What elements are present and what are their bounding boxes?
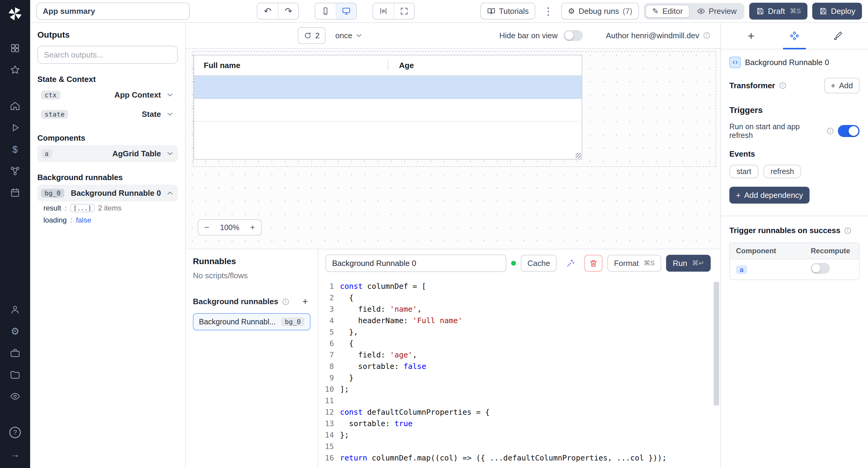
format-button[interactable]: Format⌘S bbox=[607, 255, 661, 272]
device-toggle-group bbox=[315, 3, 357, 20]
eye-icon bbox=[697, 7, 705, 15]
chevron-down-icon[interactable] bbox=[166, 110, 174, 119]
line-numbers: 12345678910111213141516 bbox=[318, 281, 340, 468]
info-icon[interactable] bbox=[779, 81, 786, 90]
deploy-save-icon bbox=[819, 7, 827, 15]
runnables-list-panel: Runnables No scripts/flows Background ru… bbox=[186, 249, 318, 468]
app-summary-input[interactable] bbox=[36, 2, 190, 20]
right-panel-tabs: + bbox=[721, 23, 868, 49]
deploy-button[interactable]: Deploy bbox=[812, 3, 862, 20]
info-icon[interactable] bbox=[827, 127, 834, 135]
info-icon[interactable] bbox=[282, 298, 290, 306]
chevron-down-icon[interactable] bbox=[166, 91, 174, 99]
gear-icon[interactable]: ⚙ bbox=[4, 322, 26, 340]
search-outputs-input[interactable] bbox=[37, 46, 178, 64]
expand-json-chip[interactable]: [...] bbox=[70, 204, 94, 212]
output-row-bg0[interactable]: bg_0 Background Runnable 0 bbox=[37, 185, 178, 201]
debug-runs-button[interactable]: ⚙ Debug runs (7) bbox=[561, 3, 639, 20]
user-icon[interactable] bbox=[4, 301, 26, 319]
info-icon[interactable] bbox=[703, 32, 711, 39]
info-icon[interactable] bbox=[844, 227, 852, 235]
tab-preview[interactable]: Preview bbox=[691, 5, 743, 18]
undo-button[interactable]: ↶ bbox=[257, 3, 278, 19]
fullscreen-icon[interactable] bbox=[394, 3, 414, 19]
component-grid-cell[interactable]: Full name Age bbox=[193, 51, 716, 167]
main-area: ↶ ↷ Tutorials ⋮ ⚙ Debug runs (7) ✎ Edito… bbox=[30, 0, 868, 468]
runnable-item-bg0[interactable]: Background Runnabl... bg_0 bbox=[193, 313, 310, 330]
favorites-star-icon[interactable] bbox=[4, 61, 26, 79]
help-icon[interactable]: ? bbox=[4, 424, 26, 441]
resources-nodes-icon[interactable] bbox=[4, 162, 26, 180]
add-background-runnable-button[interactable]: + bbox=[300, 296, 310, 307]
audit-eye-icon[interactable] bbox=[4, 387, 26, 405]
state-label: State bbox=[142, 110, 161, 119]
output-row-state[interactable]: state State bbox=[37, 106, 178, 123]
tutorials-button[interactable]: Tutorials bbox=[480, 3, 535, 20]
trash-icon bbox=[589, 259, 598, 268]
plus-icon: + bbox=[748, 30, 754, 41]
variables-dollar-icon[interactable]: $ bbox=[4, 140, 26, 158]
editor-scrollbar[interactable] bbox=[714, 282, 719, 405]
output-row-ctx[interactable]: ctx App Context bbox=[37, 87, 178, 103]
zoom-out-button[interactable]: − bbox=[198, 220, 215, 235]
right-panel-body: Background Runnable 0 Transformer +Add T… bbox=[721, 49, 868, 287]
aggrid-col-fullname[interactable]: Full name bbox=[194, 61, 388, 70]
runnable-name-input[interactable] bbox=[326, 255, 506, 272]
divider bbox=[721, 215, 868, 216]
table-row: a bbox=[730, 259, 859, 279]
center-align-icon[interactable] bbox=[373, 3, 394, 19]
state-context-heading: State & Context bbox=[37, 75, 178, 84]
add-transformer-button[interactable]: +Add bbox=[824, 78, 860, 93]
component-a-label: AgGrid Table bbox=[113, 149, 161, 158]
tab-editor[interactable]: ✎ Editor bbox=[646, 5, 689, 18]
output-row-component-a[interactable]: a AgGrid Table bbox=[37, 145, 178, 162]
component-a-badge: a bbox=[41, 149, 52, 158]
styling-tab[interactable] bbox=[824, 23, 852, 49]
refresh-count-button[interactable]: 2 bbox=[298, 27, 326, 44]
delete-runnable-button[interactable] bbox=[584, 255, 602, 272]
folders-icon[interactable] bbox=[4, 366, 26, 384]
cache-button[interactable]: Cache bbox=[521, 255, 557, 272]
chevron-up-icon[interactable] bbox=[166, 189, 174, 197]
add-dependency-button[interactable]: +Add dependency bbox=[730, 187, 809, 204]
run-button[interactable]: Run⌘↵ bbox=[666, 255, 711, 272]
redo-button[interactable]: ↷ bbox=[278, 3, 299, 19]
home-icon[interactable] bbox=[4, 97, 26, 115]
runnable-item-badge: bg_0 bbox=[281, 317, 304, 326]
aggrid-row-selected[interactable] bbox=[194, 76, 582, 99]
runs-play-icon[interactable] bbox=[4, 119, 26, 137]
ctx-label: App Context bbox=[114, 90, 161, 100]
windmill-logo[interactable] bbox=[6, 5, 24, 23]
kebab-menu-icon[interactable]: ⋮ bbox=[540, 5, 556, 17]
schedules-calendar-icon[interactable] bbox=[4, 184, 26, 202]
aggrid-col-age[interactable]: Age bbox=[388, 61, 414, 70]
event-chip-start[interactable]: start bbox=[730, 165, 758, 178]
author-info: Author henri@windmill.dev bbox=[606, 31, 711, 40]
recompute-toggle[interactable] bbox=[811, 263, 830, 274]
zoom-in-button[interactable]: + bbox=[244, 220, 261, 235]
insert-component-tab[interactable]: + bbox=[737, 23, 765, 49]
code-content[interactable]: const columnDef = [ { field: 'name', hea… bbox=[340, 281, 720, 468]
workspace-briefcase-icon[interactable] bbox=[4, 344, 26, 362]
desktop-view-button[interactable] bbox=[336, 3, 356, 19]
canvas-toolbar: 2 once Hide bar on view Author henri@win… bbox=[186, 23, 720, 48]
draft-button[interactable]: Draft⌘S bbox=[749, 3, 807, 20]
interval-select[interactable]: once bbox=[335, 31, 363, 40]
hide-bar-toggle[interactable] bbox=[564, 30, 583, 41]
code-editor[interactable]: 12345678910111213141516 const columnDef … bbox=[318, 277, 720, 468]
run-on-start-toggle[interactable] bbox=[838, 125, 860, 137]
aggrid-row[interactable] bbox=[194, 99, 582, 122]
component-resize-handle[interactable] bbox=[576, 153, 581, 158]
ai-wand-icon[interactable] bbox=[561, 255, 580, 272]
aggrid-table-component[interactable]: Full name Age bbox=[193, 55, 582, 160]
settings-component-tab[interactable] bbox=[781, 23, 808, 49]
apps-grid-icon[interactable] bbox=[4, 39, 26, 57]
pencil-icon: ✎ bbox=[652, 7, 659, 16]
mobile-view-button[interactable] bbox=[315, 3, 336, 19]
app-canvas[interactable]: Full name Age − 100% + bbox=[186, 48, 720, 249]
app-editor-window: { "icons": { "undo": "↶", "redo": "↷", "… bbox=[0, 0, 868, 468]
event-chip-refresh[interactable]: refresh bbox=[764, 165, 801, 178]
trigger-runnables-table: Component Recompute a bbox=[730, 242, 860, 280]
chevron-down-icon[interactable] bbox=[166, 149, 174, 158]
collapse-arrow-icon[interactable]: → bbox=[4, 445, 26, 463]
